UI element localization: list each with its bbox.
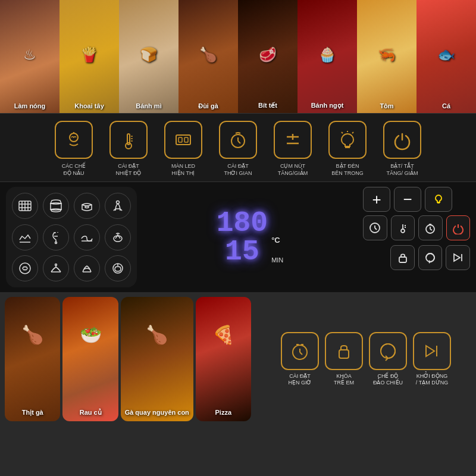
svg-marker-61 <box>426 346 434 356</box>
svg-point-2 <box>126 143 131 149</box>
grid-btn-3[interactable] <box>74 193 100 219</box>
banh-mi-icon: 🍞 <box>140 46 158 63</box>
svg-point-33 <box>20 263 30 274</box>
ctrl-label-temp: CÀI ĐẶTNHIỆT ĐỘ <box>116 163 142 177</box>
thit-ga-label: Thịt gà <box>5 408 60 416</box>
grid-btn-10[interactable] <box>43 255 69 281</box>
control-panel-row: CÁC CHẾĐỘ NẤU CÀI ĐẶTNHIỆT ĐỘ <box>0 113 476 182</box>
ctrl-time-setting[interactable]: CÀI ĐẶTTHỜI GIAN <box>212 121 264 177</box>
rc-row-1: + − <box>363 187 470 212</box>
svg-rect-9 <box>184 137 188 142</box>
food-item-tom[interactable]: 🦐 Tôm <box>357 0 416 113</box>
btn-clock[interactable] <box>363 215 387 240</box>
grid-btn-5[interactable] <box>12 224 38 250</box>
brc-label-schedule: CÀI ĐẶTHẸN GIỜ <box>288 373 311 387</box>
svg-point-34 <box>55 264 57 266</box>
brc-start-pause[interactable]: KHỞI ĐỘNG/ TẠM DỪNG <box>413 332 451 387</box>
brc-box-schedule <box>281 332 319 370</box>
grid-btn-4[interactable] <box>105 193 131 219</box>
khoai-tay-icon: 🍟 <box>80 46 98 63</box>
grid-btn-1[interactable] <box>12 193 38 219</box>
svg-marker-52 <box>454 254 460 261</box>
brc-row-1: CÀI ĐẶTHẸN GIỜ KHÓATRẺ EM <box>281 332 451 387</box>
rc-row-3 <box>363 245 470 270</box>
grid-btn-12[interactable] <box>105 255 131 281</box>
food-strip: ♨ Làm nóng 🍟 Khoai tây 🍞 Bánh mì 🍗 Đùi g… <box>0 0 476 113</box>
ctrl-label-cooking: CÁC CHẾĐỘ NẤU <box>62 163 86 177</box>
btn-playpause-inner[interactable] <box>446 245 470 270</box>
food-item-banh-ngot[interactable]: 🧁 Bánh ngọt <box>298 0 357 113</box>
rc-row-2 <box>363 215 470 240</box>
food-card-thit-ga[interactable]: 🍗 Thịt gà <box>5 297 60 421</box>
grid-btn-9[interactable] <box>12 255 38 281</box>
ctrl-label-plusminus: CỤM NÚTTĂNG/GIẢM <box>278 163 308 177</box>
bottom-section: 🍗 Thịt gà 🥗 Rau củ 🍗 Gà quay nguyên con … <box>0 292 476 426</box>
grid-btn-6[interactable] <box>43 224 69 250</box>
banh-mi-label: Bánh mì <box>119 102 178 109</box>
grid-btn-11[interactable] <box>74 255 100 281</box>
ctrl-plus-minus[interactable]: CỤM NÚTTĂNG/GIẢM <box>267 121 319 177</box>
food-card-pizza[interactable]: 🍕 Pizza <box>196 297 251 421</box>
food-item-ca[interactable]: 🐟 Cá <box>416 0 476 113</box>
btn-power[interactable] <box>446 215 471 240</box>
brc-reverse-mode[interactable]: CHẾ ĐỘĐẢO CHIỀU <box>369 332 407 387</box>
btn-timer[interactable] <box>418 215 443 240</box>
tom-icon: 🦐 <box>378 46 396 63</box>
svg-line-47 <box>430 229 432 230</box>
food-item-dui-ga[interactable]: 🍗 Đùi gà <box>178 0 238 113</box>
brc-child-lock[interactable]: KHÓATRẺ EM <box>325 332 363 387</box>
food-card-ga-quay[interactable]: 🍗 Gà quay nguyên con <box>121 297 193 421</box>
btn-temperature[interactable] <box>391 215 415 240</box>
thit-ga-icon: 🍗 <box>21 324 43 345</box>
bit-tet-icon: 🥩 <box>259 46 277 63</box>
bottom-foods: 🍗 Thịt gà 🥗 Rau củ 🍗 Gà quay nguyên con … <box>0 292 256 426</box>
rau-cu-icon: 🥗 <box>80 324 102 345</box>
ctrl-cooking-modes[interactable]: CÁC CHẾĐỘ NẤU <box>48 121 100 177</box>
ctrl-led-display[interactable]: MÀN LEDHIỆN THỊ <box>157 121 209 177</box>
brc-label-startpause: KHỞI ĐỘNG/ TẠM DỪNG <box>416 373 448 387</box>
ctrl-temperature[interactable]: CÀI ĐẶTNHIỆT ĐỘ <box>102 121 155 177</box>
svg-line-40 <box>375 228 377 230</box>
brc-box-reverse <box>369 332 407 370</box>
svg-rect-58 <box>339 350 349 358</box>
btn-rotate-inner[interactable] <box>418 245 443 270</box>
grid-btn-8[interactable] <box>105 224 131 250</box>
svg-point-31 <box>114 236 122 242</box>
bit-tet-label: Bít tết <box>238 102 298 109</box>
btn-lock-inner[interactable] <box>390 245 415 270</box>
ctrl-box-cooking <box>55 121 93 159</box>
food-card-rau-cu[interactable]: 🥗 Rau củ <box>62 297 118 421</box>
ctrl-box-plusminus <box>274 121 312 159</box>
food-item-khoai-tay[interactable]: 🍟 Khoai tây <box>60 0 119 113</box>
btn-minus[interactable]: − <box>394 187 421 212</box>
btn-plus[interactable]: + <box>363 187 390 212</box>
dui-ga-icon: 🍗 <box>199 46 217 63</box>
dui-ga-label: Đùi gà <box>178 102 238 109</box>
food-item-banh-mi[interactable]: 🍞 Bánh mì <box>119 0 178 113</box>
led-display-panel: 180 15 °C MIN <box>142 187 358 287</box>
brc-label-reverse: CHẾ ĐỘĐẢO CHIỀU <box>373 373 403 387</box>
ctrl-inner-light[interactable]: BẬT ĐÈNBÊN TRONG <box>321 121 374 177</box>
ca-label: Cá <box>416 102 476 109</box>
food-item-bit-tet[interactable]: 🥩 Bít tết <box>238 0 298 113</box>
brc-schedule-timer[interactable]: CÀI ĐẶTHẸN GIỜ <box>281 332 319 387</box>
btn-light[interactable] <box>425 187 452 212</box>
brc-box-lock <box>325 332 363 370</box>
svg-line-18 <box>342 132 343 133</box>
lam-nong-label: Làm nóng <box>0 102 60 109</box>
banh-ngot-icon: 🧁 <box>318 46 336 63</box>
button-grid <box>6 187 137 287</box>
pizza-icon: 🍕 <box>212 324 234 345</box>
led-unit-time: MIN <box>271 256 283 264</box>
ctrl-on-off[interactable]: BẬT/ TẮTTĂNG/ GIẢM <box>376 121 428 177</box>
pizza-label: Pizza <box>196 408 251 416</box>
svg-rect-49 <box>399 257 406 262</box>
grid-btn-7[interactable] <box>74 224 100 250</box>
led-units: °C MIN <box>271 236 283 264</box>
grid-btn-2[interactable] <box>43 193 69 219</box>
food-item-lam-nong[interactable]: ♨ Làm nóng <box>0 0 60 113</box>
svg-point-27 <box>117 201 120 204</box>
ctrl-label-led: MÀN LEDHIỆN THỊ <box>171 163 195 177</box>
ga-quay-label: Gà quay nguyên con <box>121 408 193 416</box>
svg-point-28 <box>55 242 57 243</box>
